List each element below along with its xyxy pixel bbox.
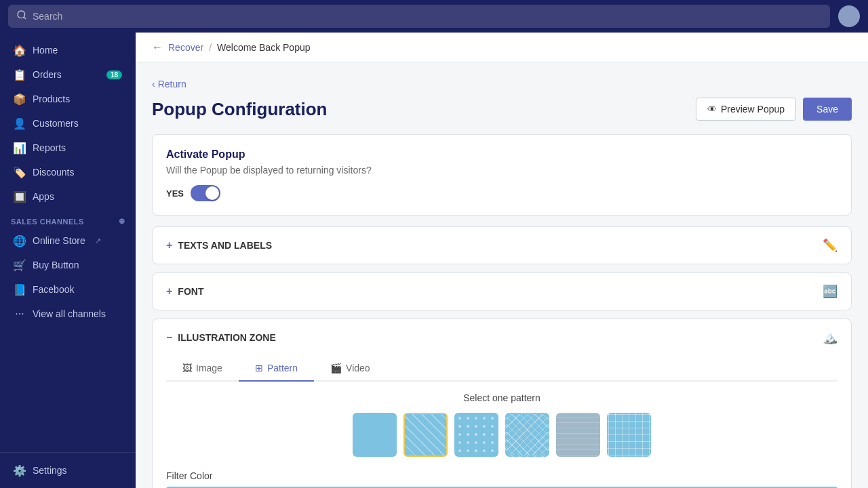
svg-line-1	[24, 17, 26, 19]
chevron-left-icon: ‹	[152, 79, 155, 89]
sidebar-item-reports[interactable]: 📊 Reports	[3, 136, 133, 159]
external-link-icon: ↗	[95, 237, 101, 245]
sidebar-label-facebook: Facebook	[33, 284, 74, 295]
subnav-separator: /	[209, 42, 212, 53]
sidebar-label-settings: Settings	[33, 465, 67, 476]
reports-icon: 📊	[14, 142, 26, 154]
sidebar-item-orders[interactable]: 📋 Orders 18	[3, 63, 133, 86]
header-actions: 👁 Preview Popup Save	[696, 98, 852, 121]
activate-popup-toggle[interactable]	[191, 185, 220, 201]
sidebar-label-reports: Reports	[33, 142, 66, 153]
illustration-expand-icon: −	[166, 331, 172, 344]
sidebar-item-facebook[interactable]: 📘 Facebook	[3, 278, 133, 301]
sidebar-item-discounts[interactable]: 🏷️ Discounts	[3, 161, 133, 184]
add-channel-icon[interactable]: ⊕	[119, 217, 125, 226]
toggle-knob	[205, 186, 219, 200]
pattern-tab-icon: ⊞	[255, 363, 263, 373]
sidebar-label-apps: Apps	[33, 191, 54, 202]
font-header[interactable]: + FONT 🔤	[153, 273, 851, 310]
texts-labels-accordion: + TEXTS AND LABELS ✏️	[152, 226, 852, 264]
patterns-grid	[166, 413, 837, 457]
sidebar-item-online-store[interactable]: 🌐 Online Store ↗	[3, 229, 133, 252]
pattern-diagonal[interactable]	[403, 413, 448, 457]
page-title: Popup Configuration	[152, 99, 328, 120]
pattern-select-label: Select one pattern	[166, 392, 837, 403]
font-expand-icon: +	[166, 285, 172, 298]
illustration-action-icon: 🏔️	[823, 330, 837, 345]
sidebar-item-apps[interactable]: 🔲 Apps	[3, 185, 133, 208]
sidebar-label-home: Home	[33, 45, 58, 56]
pattern-grid[interactable]	[607, 413, 651, 457]
tab-pattern[interactable]: ⊞ Pattern	[239, 356, 314, 382]
pattern-solid[interactable]	[353, 413, 397, 457]
content-area: ‹ Return Popup Configuration 👁 Preview P…	[136, 62, 868, 488]
main-content: ← Recover / Welcome Back Popup ‹ Return …	[136, 33, 868, 488]
video-tab-icon: 🎬	[330, 363, 342, 373]
sidebar-item-settings[interactable]: ⚙️ Settings	[3, 459, 133, 482]
svg-point-0	[18, 11, 25, 18]
eye-icon: 👁	[707, 104, 717, 115]
tab-pattern-label: Pattern	[267, 363, 298, 373]
buy-button-icon: 🛒	[14, 259, 26, 271]
texts-labels-header[interactable]: + TEXTS AND LABELS ✏️	[153, 227, 851, 264]
apps-icon: 🔲	[14, 190, 26, 203]
activate-popup-body: Activate Popup Will the Popup be display…	[153, 135, 851, 215]
texts-labels-label: TEXTS AND LABELS	[178, 240, 272, 251]
texts-action-icon: ✏️	[823, 238, 837, 253]
activate-popup-card: Activate Popup Will the Popup be display…	[152, 134, 852, 216]
preview-popup-button[interactable]: 👁 Preview Popup	[696, 98, 796, 121]
preview-button-label: Preview Popup	[721, 104, 785, 115]
save-button[interactable]: Save	[803, 98, 852, 121]
topbar	[0, 0, 868, 33]
search-input[interactable]	[33, 11, 822, 22]
sidebar-label-buy-button: Buy Button	[33, 260, 79, 270]
tab-video[interactable]: 🎬 Video	[314, 356, 387, 382]
subnav-back-link[interactable]: Recover	[168, 42, 203, 53]
home-icon: 🏠	[14, 44, 26, 56]
search-icon	[16, 9, 27, 23]
sidebar: 🏠 Home 📋 Orders 18 📦 Products 👤 Customer…	[0, 33, 136, 488]
page-header: Popup Configuration 👁 Preview Popup Save	[152, 98, 852, 121]
return-link-label: Return	[158, 79, 186, 89]
illustration-header[interactable]: − ILLUSTRATION ZONE 🏔️	[153, 319, 851, 356]
sidebar-item-buy-button[interactable]: 🛒 Buy Button	[3, 253, 133, 277]
sidebar-item-home[interactable]: 🏠 Home	[3, 39, 133, 62]
sidebar-label-customers: Customers	[33, 118, 79, 129]
search-bar[interactable]	[8, 5, 830, 28]
activate-popup-desc: Will the Popup be displayed to returning…	[166, 165, 837, 176]
orders-icon: 📋	[14, 68, 26, 81]
subnav: ← Recover / Welcome Back Popup	[136, 33, 868, 62]
sidebar-item-customers[interactable]: 👤 Customers	[3, 112, 133, 135]
facebook-icon: 📘	[14, 283, 26, 296]
font-label: FONT	[178, 286, 203, 297]
settings-icon: ⚙️	[14, 464, 26, 476]
activate-popup-title: Activate Popup	[166, 148, 837, 161]
sidebar-label-discounts: Discounts	[33, 167, 74, 178]
sidebar-item-products[interactable]: 📦 Products	[3, 87, 133, 110]
view-all-channels-label: View all channels	[33, 308, 106, 319]
avatar[interactable]	[838, 5, 860, 27]
tab-image[interactable]: 🖼 Image	[166, 356, 239, 382]
font-accordion: + FONT 🔤	[152, 272, 852, 310]
filter-color-label: Filter Color	[166, 470, 837, 481]
pattern-gray[interactable]	[556, 413, 600, 457]
illustration-header-left: − ILLUSTRATION ZONE	[166, 331, 276, 344]
sidebar-label-orders: Orders	[33, 69, 62, 80]
products-icon: 📦	[14, 93, 26, 105]
image-tab-icon: 🖼	[182, 363, 192, 373]
return-link[interactable]: ‹ Return	[152, 79, 852, 89]
pattern-diamonds[interactable]	[505, 413, 549, 457]
toggle-row: YES	[166, 185, 837, 201]
pattern-dots[interactable]	[454, 413, 498, 457]
subnav-current: Welcome Back Popup	[217, 42, 310, 53]
illustration-tabs: 🖼 Image ⊞ Pattern 🎬 Video	[166, 356, 837, 382]
font-header-left: + FONT	[166, 285, 203, 298]
sales-channels-section: SALES CHANNELS ⊕	[0, 209, 136, 228]
illustration-label: ILLUSTRATION ZONE	[178, 332, 275, 343]
texts-labels-header-left: + TEXTS AND LABELS	[166, 239, 272, 251]
font-action-icon: 🔤	[823, 284, 837, 299]
sales-channels-label: SALES CHANNELS	[11, 218, 84, 226]
sidebar-item-view-all-channels[interactable]: ··· View all channels	[3, 302, 133, 325]
texts-expand-icon: +	[166, 239, 172, 251]
illustration-accordion: − ILLUSTRATION ZONE 🏔️ 🖼 Image ⊞	[152, 319, 852, 488]
